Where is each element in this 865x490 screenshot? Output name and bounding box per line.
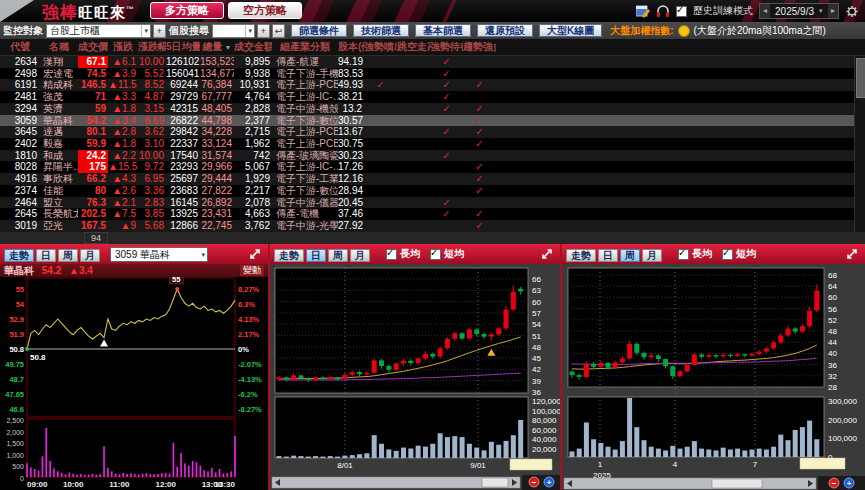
report-icon[interactable]	[636, 5, 650, 18]
cell-capital: 94.19	[338, 56, 364, 68]
toolbar-button-4[interactable]: 大型K線圖	[539, 24, 602, 37]
expand-icon[interactable]	[248, 247, 262, 261]
table-row[interactable]: 1810和成24.2▲2.210.001754031,574742傳產-玻璃陶瓷…	[0, 150, 865, 162]
expand-icon[interactable]	[845, 247, 859, 261]
stock-select-dropdown[interactable]: 3059 華晶科 ▾	[110, 247, 208, 262]
column-header[interactable]: 漲跌幅	[138, 39, 166, 55]
table-row[interactable]: 6191精成科146.5▲11.58.526924476,38410,931電子…	[0, 79, 865, 91]
tab-month-panel1[interactable]: 月	[80, 249, 100, 262]
gear-icon[interactable]	[845, 5, 859, 18]
column-header[interactable]: 漲跌	[108, 39, 138, 55]
table-row[interactable]: 4916事欣科66.2▲4.36.952569729,4441,929電子下游-…	[0, 173, 865, 185]
ma-checkbox-option[interactable]: 長均	[386, 247, 420, 261]
table-row[interactable]: 2645長榮航太202.5▲7.53.851392523,4314,663傳產-…	[0, 208, 865, 220]
ma-checkbox-option[interactable]: 短均	[722, 247, 756, 261]
column-header[interactable]: 名稱	[40, 39, 78, 55]
cell-capital: 38.21	[338, 91, 364, 103]
tab-trend-panel3[interactable]: 走勢	[566, 249, 596, 262]
table-body: 2634漢翔67.1▲6.110.00126102153,5239,895傳產-…	[0, 56, 865, 232]
column-header[interactable]: 跳空走高	[397, 39, 430, 55]
toolbar-button-3[interactable]: 還原預設	[477, 24, 533, 37]
column-header[interactable]: 強勢噴出	[364, 39, 397, 55]
column-header[interactable]: 總量▼	[200, 39, 234, 55]
tab-week-panel1[interactable]: 周	[58, 249, 78, 262]
stock-search-input[interactable]: ▾	[212, 24, 255, 38]
ma-checkbox-option[interactable]: 長均	[678, 247, 712, 261]
cell-flag-burst	[364, 126, 397, 138]
date-prev-button[interactable]: ◂	[760, 4, 770, 18]
tab-month-panel2[interactable]: 月	[350, 249, 370, 262]
checkbox-icon[interactable]	[722, 249, 733, 260]
monitor-add-button[interactable]: +	[153, 24, 166, 38]
toolbar: 監控對象 台股上市櫃 ▾ + 個股搜尋 ▾ + ↩ 篩選條件技術篩選基本篩選還原…	[0, 22, 865, 39]
table-row[interactable]: 2464盟立76.3▲2.12.831614526,8922,078電子中游-儀…	[0, 197, 865, 209]
intraday-chart[interactable]: 華晶科 54.2 ▲3.4 變動 558.27%546.3%52.94.13%5…	[0, 264, 268, 490]
tab-week-panel2[interactable]: 周	[328, 249, 348, 262]
chevron-down-icon[interactable]: ▾	[141, 25, 150, 37]
monitor-target-select[interactable]: 台股上市櫃 ▾	[46, 24, 151, 38]
short-strategy-button[interactable]: 空方策略	[228, 2, 302, 19]
cell-name: 和成	[40, 150, 78, 162]
table-header[interactable]: 代號名稱成交價漲跌漲跌幅5日均量總量▼成交金額(百萬)細產業分類股本(億)強勢噴…	[0, 39, 865, 56]
date-picker[interactable]: ◂ 2025/9/3 ▾ ▸	[759, 3, 839, 19]
table-row[interactable]: 3294英濟59▲1.83.154231548,4052,828電子中游-機殼1…	[0, 103, 865, 115]
table-row[interactable]: 2374佳能80▲2.63.362368327,8222,217電子下游-數位……	[0, 185, 865, 197]
checkbox-icon[interactable]	[678, 249, 689, 260]
cell-flag-burst	[364, 173, 397, 185]
date-value[interactable]: 2025/9/3	[770, 6, 819, 17]
headset-icon[interactable]	[656, 5, 670, 18]
table-row[interactable]: 8028昇陽半…175▲15.59.722329329,9665,067電子上游…	[0, 161, 865, 173]
table-row[interactable]: 2498宏達電74.5▲3.95.52156041134,6779,938電子下…	[0, 68, 865, 80]
toolbar-button-1[interactable]: 技術篩選	[353, 24, 409, 37]
tab-week-panel3[interactable]: 周	[620, 249, 640, 262]
expand-icon[interactable]	[540, 247, 554, 261]
table-row[interactable]: 2402毅嘉59.9▲1.83.102233733,1241,962電子上游-P…	[0, 138, 865, 150]
cell-name: 達邁	[40, 126, 78, 138]
column-header[interactable]: 代號	[0, 39, 40, 55]
checkbox-icon[interactable]	[430, 249, 441, 260]
checkbox-icon[interactable]	[386, 249, 397, 260]
date-dropdown-icon[interactable]: ▾	[819, 7, 828, 15]
ma-checkbox-option[interactable]: 短均	[430, 247, 464, 261]
column-header[interactable]: 成交價	[78, 39, 108, 55]
chevron-down-icon[interactable]: ▾	[201, 248, 207, 261]
chevron-down-icon[interactable]: ▾	[245, 25, 254, 37]
cell-change-pct: 6.69	[138, 115, 166, 127]
svg-text:100,000: 100,000	[828, 434, 857, 443]
cell-amount: 5,067	[234, 161, 272, 173]
cell-amount: 2,217	[234, 185, 272, 197]
tab-day-panel3[interactable]: 日	[598, 249, 618, 262]
cell-change-pct: 10.00	[138, 150, 166, 162]
table-row[interactable]: 2634漢翔67.1▲6.110.00126102153,5239,895傳產-…	[0, 56, 865, 68]
table-row[interactable]: 3019亞光167.5▲95.681286622,7453,762電子中游-光學…	[0, 220, 865, 232]
column-header[interactable]: 股本(億)	[338, 39, 364, 55]
column-header[interactable]: 5日均量	[166, 39, 200, 55]
column-header[interactable]: 趨勢強多	[463, 39, 496, 55]
daily-kline-chart[interactable]: 6663605754514845423936120,000100,00080,0…	[270, 264, 560, 490]
cell-flag-pending: ✓	[430, 91, 463, 103]
tab-day-panel1[interactable]: 日	[36, 249, 56, 262]
tab-trend-panel2[interactable]: 走勢	[274, 249, 304, 262]
history-mode-checkbox[interactable]	[676, 6, 687, 17]
toolbar-button-0[interactable]: 篩選條件	[291, 24, 347, 37]
cell-industry: 傳產-航運	[272, 56, 338, 68]
column-header[interactable]: 強勢待行	[430, 39, 463, 55]
column-header[interactable]: 成交金額(百萬)	[234, 39, 272, 55]
weekly-kline-chart[interactable]: 6864605652484440363228300,000200,000100,…	[562, 264, 865, 490]
tab-month-panel3[interactable]: 月	[642, 249, 662, 262]
long-strategy-button[interactable]: 多方策略	[150, 2, 224, 19]
toolbar-button-2[interactable]: 基本篩選	[415, 24, 471, 37]
date-next-button[interactable]: ▸	[828, 4, 838, 18]
scrollbar-handle[interactable]	[856, 58, 865, 98]
search-add-button[interactable]: +	[257, 24, 270, 38]
cell-flag-strong-trend: ✓	[463, 208, 496, 220]
table-row[interactable]: 2481強茂71▲3.34.872972967,7774,764電子上游-IC-…	[0, 91, 865, 103]
tab-day-panel2[interactable]: 日	[306, 249, 326, 262]
table-row[interactable]: 3645達邁80.1▲2.83.622984234,2282,715電子上游-P…	[0, 126, 865, 138]
table-row[interactable]: 3059華晶科54.2▲3.46.692682244,7982,377電子下游-…	[0, 115, 865, 127]
cell-code: 2498	[0, 68, 40, 80]
tab-trend-panel1[interactable]: 走勢	[4, 249, 34, 262]
search-reset-button[interactable]: ↩	[272, 24, 285, 38]
table-vertical-scrollbar[interactable]	[854, 56, 865, 232]
column-header[interactable]: 細產業分類	[272, 39, 338, 55]
